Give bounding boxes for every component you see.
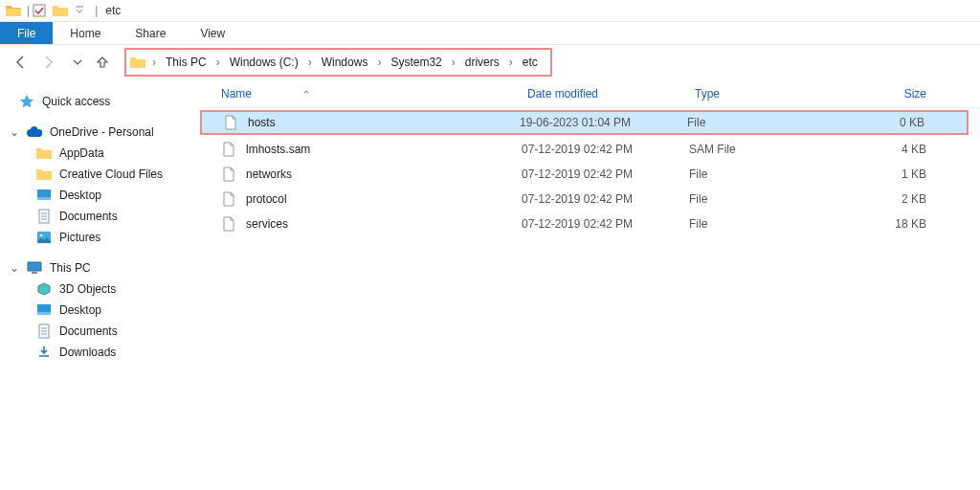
sidebar-item-label: Creative Cloud Files bbox=[59, 167, 163, 181]
sidebar-item-creative-cloud[interactable]: Creative Cloud Files bbox=[6, 164, 196, 185]
title-bar: | | etc bbox=[0, 0, 980, 22]
sidebar-item-onedrive[interactable]: ⌄ OneDrive - Personal bbox=[6, 122, 196, 143]
breadcrumb[interactable]: › This PC › Windows (C:) › Windows › Sys… bbox=[124, 48, 552, 77]
folder-icon bbox=[53, 4, 68, 17]
window-title: etc bbox=[105, 4, 121, 17]
tab-share[interactable]: Share bbox=[118, 22, 183, 44]
svg-rect-3 bbox=[37, 197, 51, 200]
file-type: File bbox=[689, 192, 835, 206]
sidebar-item-downloads[interactable]: Downloads bbox=[6, 342, 196, 363]
sidebar-item-label: Pictures bbox=[59, 231, 100, 244]
nav-history-dropdown[interactable] bbox=[69, 54, 86, 71]
ribbon: File Home Share View bbox=[0, 22, 980, 45]
sidebar-item-label: AppData bbox=[59, 146, 104, 160]
chevron-right-icon[interactable]: › bbox=[506, 56, 516, 69]
sidebar-item-label: OneDrive - Personal bbox=[50, 125, 154, 139]
file-size: 2 KB bbox=[835, 192, 926, 206]
documents-icon bbox=[36, 209, 52, 224]
cube-icon bbox=[36, 281, 52, 297]
nav-up-button[interactable] bbox=[94, 54, 111, 71]
svg-rect-13 bbox=[37, 312, 51, 315]
chevron-right-icon[interactable]: › bbox=[374, 56, 384, 69]
sidebar-item-quick-access[interactable]: Quick access bbox=[6, 91, 196, 112]
crumb-etc[interactable]: etc bbox=[520, 54, 541, 71]
file-size: 4 KB bbox=[835, 143, 926, 156]
column-header-type[interactable]: Type bbox=[689, 87, 835, 100]
file-icon bbox=[221, 191, 236, 207]
crumb-system32[interactable]: System32 bbox=[388, 54, 444, 71]
sidebar-item-label: Documents bbox=[59, 210, 118, 223]
sidebar-item-pictures[interactable]: Pictures bbox=[6, 227, 196, 248]
separator: | bbox=[27, 4, 30, 17]
file-tab[interactable]: File bbox=[0, 22, 53, 44]
file-row[interactable]: lmhosts.sam 07-12-2019 02:42 PM SAM File… bbox=[196, 137, 980, 162]
file-name: networks bbox=[246, 167, 292, 181]
chevron-right-icon[interactable]: › bbox=[149, 56, 159, 69]
crumb-drivers[interactable]: drivers bbox=[462, 54, 502, 71]
sidebar-item-desktop-2[interactable]: Desktop bbox=[6, 300, 196, 321]
sidebar-item-appdata[interactable]: AppData bbox=[6, 143, 196, 164]
sidebar-item-label: This PC bbox=[50, 261, 91, 275]
tab-home[interactable]: Home bbox=[53, 22, 118, 44]
sidebar-item-label: 3D Objects bbox=[59, 282, 116, 296]
file-row[interactable]: services 07-12-2019 02:42 PM File 18 KB bbox=[196, 212, 980, 236]
download-icon bbox=[36, 345, 52, 360]
pictures-icon bbox=[36, 230, 52, 245]
file-row[interactable]: protocol 07-12-2019 02:42 PM File 2 KB bbox=[196, 187, 980, 212]
chevron-right-icon[interactable]: › bbox=[213, 56, 223, 69]
file-row[interactable]: networks 07-12-2019 02:42 PM File 1 KB bbox=[196, 162, 980, 187]
file-date: 19-06-2023 01:04 PM bbox=[520, 116, 687, 129]
folder-icon bbox=[130, 55, 145, 70]
file-row[interactable]: hosts 19-06-2023 01:04 PM File 0 KB bbox=[200, 110, 969, 135]
qat-dropdown-icon[interactable] bbox=[72, 3, 87, 18]
nav-pane: Quick access ⌄ OneDrive - Personal AppDa… bbox=[0, 79, 196, 490]
chevron-down-icon[interactable]: ⌄ bbox=[10, 125, 19, 139]
nav-back-button[interactable] bbox=[11, 54, 29, 71]
chevron-right-icon[interactable]: › bbox=[305, 56, 315, 69]
column-header-size[interactable]: Size bbox=[835, 87, 926, 100]
file-name: services bbox=[246, 217, 288, 231]
sidebar-item-label: Documents bbox=[59, 324, 118, 338]
svg-rect-0 bbox=[33, 5, 45, 16]
file-size: 1 KB bbox=[835, 167, 926, 181]
folder-icon bbox=[36, 145, 52, 161]
crumb-windows[interactable]: Windows bbox=[319, 54, 371, 71]
separator: | bbox=[95, 4, 98, 17]
cloud-icon bbox=[27, 124, 42, 140]
file-icon bbox=[221, 216, 236, 232]
crumb-this-pc[interactable]: This PC bbox=[163, 54, 210, 71]
column-header-date[interactable]: Date modified bbox=[522, 87, 689, 100]
sidebar-item-this-pc[interactable]: ⌄ This PC bbox=[6, 257, 196, 278]
file-date: 07-12-2019 02:42 PM bbox=[522, 143, 689, 156]
sidebar-item-label: Downloads bbox=[59, 345, 116, 359]
address-bar: › This PC › Windows (C:) › Windows › Sys… bbox=[0, 45, 980, 79]
star-icon bbox=[19, 94, 34, 109]
file-name: lmhosts.sam bbox=[246, 143, 310, 156]
column-headers: Name ⌃ Date modified Type Size bbox=[196, 79, 980, 108]
file-date: 07-12-2019 02:42 PM bbox=[522, 192, 689, 206]
sidebar-item-desktop[interactable]: Desktop bbox=[6, 185, 196, 206]
file-date: 07-12-2019 02:42 PM bbox=[522, 217, 689, 231]
chevron-right-icon[interactable]: › bbox=[449, 56, 458, 69]
desktop-icon bbox=[36, 302, 52, 318]
crumb-drive-c[interactable]: Windows (C:) bbox=[227, 54, 301, 71]
sidebar-item-documents-2[interactable]: Documents bbox=[6, 321, 196, 342]
file-size: 18 KB bbox=[835, 217, 926, 231]
nav-forward-button[interactable] bbox=[40, 54, 57, 71]
documents-icon bbox=[36, 323, 52, 339]
tab-view[interactable]: View bbox=[183, 22, 242, 44]
file-type: File bbox=[687, 116, 834, 129]
file-type: File bbox=[689, 167, 835, 181]
sidebar-item-documents[interactable]: Documents bbox=[6, 206, 196, 227]
svg-rect-11 bbox=[32, 272, 37, 274]
column-header-name[interactable]: Name ⌃ bbox=[215, 87, 522, 100]
sidebar-item-label: Desktop bbox=[59, 189, 101, 202]
svg-point-9 bbox=[40, 234, 43, 237]
sidebar-item-3d-objects[interactable]: 3D Objects bbox=[6, 278, 196, 300]
qat-checkbox-icon[interactable] bbox=[32, 3, 47, 18]
file-size: 0 KB bbox=[834, 116, 924, 129]
file-type: SAM File bbox=[689, 143, 835, 156]
file-type: File bbox=[689, 217, 835, 231]
desktop-icon bbox=[36, 188, 52, 203]
chevron-down-icon[interactable]: ⌄ bbox=[10, 261, 19, 275]
